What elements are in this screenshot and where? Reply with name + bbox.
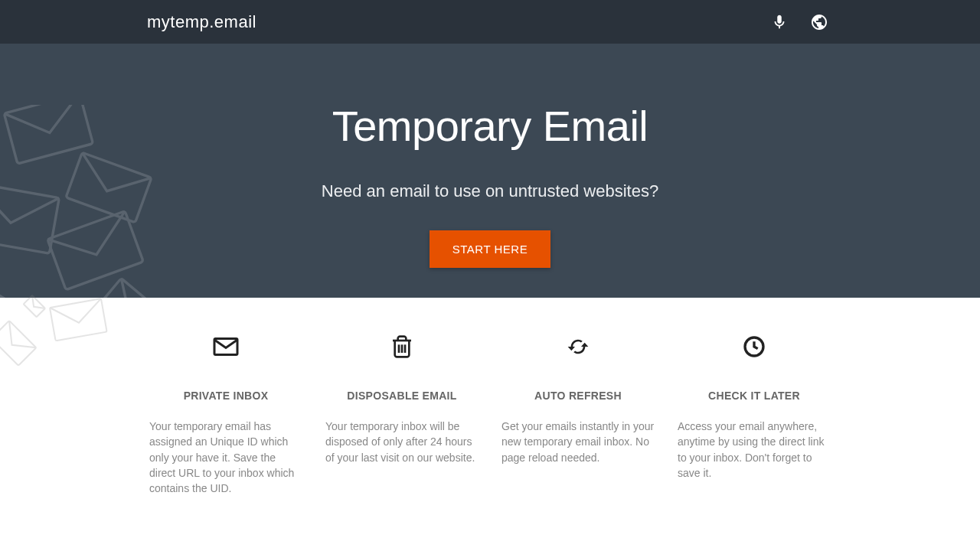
feature-desc: Get your emails instantly in your new te…	[501, 419, 655, 465]
feature-title: CHECK IT LATER	[708, 390, 800, 402]
svg-rect-8	[24, 295, 45, 317]
feature-desc: Your temporary email has assigned an Uni…	[149, 419, 302, 496]
svg-rect-2	[66, 152, 152, 223]
feature-auto-refresh: AUTO REFRESH Get your emails instantly i…	[501, 333, 655, 496]
start-button[interactable]: START HERE	[430, 230, 550, 268]
svg-rect-5	[96, 279, 168, 298]
feature-title: PRIVATE INBOX	[184, 390, 269, 402]
envelope-decoration-icon	[0, 294, 122, 416]
globe-icon[interactable]	[810, 13, 828, 31]
envelope-background-icon	[0, 105, 230, 298]
svg-rect-6	[50, 298, 107, 341]
feature-disposable-email: DISPOSABLE EMAIL Your temporary inbox wi…	[325, 333, 479, 496]
feature-title: DISPOSABLE EMAIL	[347, 390, 456, 402]
page-subtitle: Need an email to use on untrusted websit…	[322, 181, 658, 201]
feature-check-later: CHECK IT LATER Access your email anywher…	[678, 333, 831, 496]
envelope-icon	[212, 333, 240, 360]
svg-rect-4	[0, 279, 30, 298]
svg-rect-7	[0, 321, 36, 366]
svg-rect-3	[47, 211, 143, 290]
logo[interactable]: mytemp.email	[147, 12, 256, 32]
page-title: Temporary Email	[332, 101, 648, 151]
feature-title: AUTO REFRESH	[534, 390, 622, 402]
features-section: PRIVATE INBOX Your temporary email has a…	[0, 298, 980, 496]
hero: Temporary Email Need an email to use on …	[0, 44, 980, 298]
header-icons	[770, 13, 828, 31]
svg-rect-1	[0, 183, 59, 253]
feature-desc: Access your email anywhere, anytime by u…	[678, 419, 831, 481]
trash-icon	[388, 333, 416, 360]
svg-rect-0	[4, 105, 93, 164]
refresh-icon	[564, 333, 592, 360]
clock-icon	[740, 333, 768, 360]
header: mytemp.email	[0, 0, 980, 44]
mic-icon[interactable]	[770, 13, 789, 31]
feature-private-inbox: PRIVATE INBOX Your temporary email has a…	[149, 333, 302, 496]
feature-desc: Your temporary inbox will be disposed of…	[325, 419, 479, 465]
